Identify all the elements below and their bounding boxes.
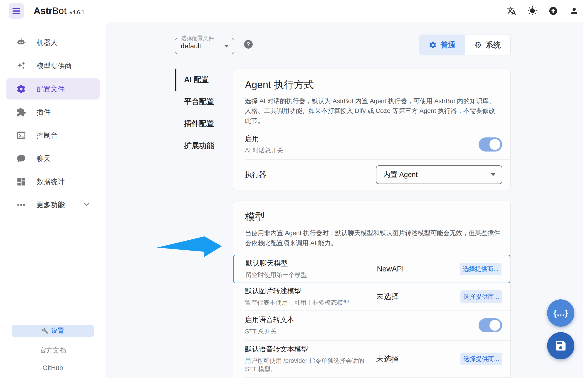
selected-provider-value: NewAPI xyxy=(377,265,460,273)
stt-toggle[interactable] xyxy=(479,318,502,332)
setting-label: 默认语音转文本模型 xyxy=(245,344,376,354)
sidebar-footer: 设置 官方文档 GitHub xyxy=(0,325,105,372)
section-tab-plugin[interactable]: 插件配置 xyxy=(175,113,233,135)
setting-sublabel: 留空时使用第一个模型 xyxy=(246,271,377,279)
card-description: 当使用非内置 Agent 执行器时，默认聊天模型和默认图片转述模型可能会无效，但… xyxy=(245,228,500,248)
account-icon[interactable] xyxy=(569,6,579,16)
profile-select-label: 选择配置文件 xyxy=(179,35,216,42)
edit-json-fab[interactable]: {...} xyxy=(547,299,574,327)
sidebar-item-label: 插件 xyxy=(37,108,51,117)
card-description: 选择 AI 对话的执行器，默认为 AstrBot 内置 Agent 执行器，可使… xyxy=(245,96,500,126)
gear-icon xyxy=(429,41,437,49)
sidebar-item-console[interactable]: 控制台 xyxy=(6,125,100,146)
chat-icon xyxy=(16,154,26,163)
save-icon xyxy=(554,339,567,352)
sidebar-item-plugins[interactable]: 插件 xyxy=(6,102,100,123)
section-tab-extension[interactable]: 扩展功能 xyxy=(175,135,233,157)
console-icon xyxy=(16,130,26,140)
setting-label: 启用语音转文本 xyxy=(245,315,376,325)
app-header: Astr Bot v4.6.1 xyxy=(0,0,588,22)
caret-down-icon xyxy=(224,45,229,47)
setting-label: 启用 xyxy=(245,134,376,144)
astrbot-dashboard: Astr Bot v4.6.1 机器人 xyxy=(0,0,588,378)
sidebar: 机器人 模型提供商 配置文件 插件 xyxy=(0,22,105,378)
dashboard-icon xyxy=(16,177,26,187)
select-provider-button[interactable]: 选择提供商... xyxy=(460,352,502,365)
gear-icon xyxy=(16,84,26,94)
github-link[interactable]: GitHub xyxy=(0,364,105,372)
theme-icon[interactable] xyxy=(527,6,538,16)
profile-select-value: default xyxy=(181,42,201,50)
executor-select-value: 内置 Agent xyxy=(383,170,418,179)
sidebar-item-statistics[interactable]: 数据统计 xyxy=(6,171,100,192)
setting-row-enable-stt: 启用语音转文本 STT 总开关 xyxy=(233,310,510,340)
card-title: 模型 xyxy=(245,210,502,224)
header-actions xyxy=(506,6,579,16)
tab-system[interactable]: ⚙ 系统 xyxy=(465,35,510,55)
card-title: Agent 执行方式 xyxy=(245,78,502,92)
setting-label: 执行器 xyxy=(245,170,376,179)
setting-row-executor: 执行器 内置 Agent xyxy=(233,160,510,190)
selected-provider-value: 未选择 xyxy=(376,354,460,364)
sidebar-item-label: 模型提供商 xyxy=(37,61,72,71)
tab-system-label: 系统 xyxy=(486,40,501,50)
brand-name-light: Bot xyxy=(52,5,66,16)
setting-sublabel: 用户也可使用 /provider 指令单独选择会话的 STT 模型。 xyxy=(245,357,376,374)
version-label: v4.6.1 xyxy=(70,9,84,15)
sidebar-item-chat[interactable]: 聊天 xyxy=(6,148,100,169)
chevron-down-icon xyxy=(83,200,91,209)
wrench-icon xyxy=(41,327,48,334)
select-provider-button[interactable]: 选择提供商... xyxy=(460,263,501,275)
setting-label: 默认聊天模型 xyxy=(246,258,377,268)
sidebar-item-label: 聊天 xyxy=(37,154,51,163)
config-mode-tabs: 普通 ⚙ 系统 xyxy=(419,35,511,55)
setting-sublabel: 留空代表不使用，可用于非多模态模型 xyxy=(245,298,376,307)
docs-link[interactable]: 官方文档 xyxy=(0,346,105,355)
translate-icon[interactable] xyxy=(506,6,517,16)
code-icon: {...} xyxy=(553,308,568,318)
main-content: 选择配置文件 default ? 普通 ⚙ 系统 AI 配置 平台配置 插件配置… xyxy=(105,22,583,378)
hamburger-icon xyxy=(13,8,20,9)
menu-button[interactable] xyxy=(9,3,24,19)
select-provider-button[interactable]: 选择提供商... xyxy=(460,290,502,303)
settings-button-label: 设置 xyxy=(51,326,64,335)
sidebar-item-label: 数据统计 xyxy=(37,177,65,187)
sidebar-item-more[interactable]: 更多功能 xyxy=(6,194,100,215)
caret-down-icon xyxy=(491,173,495,176)
setting-row-default-chat-model: 默认聊天模型 留空时使用第一个模型 NewAPI 选择提供商... xyxy=(233,255,510,283)
help-icon[interactable]: ? xyxy=(244,40,253,49)
setting-row-image-caption-model: 默认图片转述模型 留空代表不使用，可用于非多模态模型 未选择 选择提供商... xyxy=(233,283,510,310)
robot-icon xyxy=(16,38,26,48)
agent-execution-card: Agent 执行方式 选择 AI 对话的执行器，默认为 AstrBot 内置 A… xyxy=(233,68,511,190)
tab-normal-label: 普通 xyxy=(440,40,456,50)
setting-row-stt-model: 默认语音转文本模型 用户也可使用 /provider 指令单独选择会话的 STT… xyxy=(233,341,510,377)
sidebar-item-config[interactable]: 配置文件 xyxy=(6,78,100,99)
settings-button[interactable]: 设置 xyxy=(12,325,94,337)
sidebar-item-robots[interactable]: 机器人 xyxy=(6,32,100,53)
sidebar-nav: 机器人 模型提供商 配置文件 插件 xyxy=(0,22,105,215)
update-icon[interactable] xyxy=(548,6,559,16)
sparkles-icon xyxy=(16,61,26,71)
sidebar-item-providers[interactable]: 模型提供商 xyxy=(6,55,100,76)
setting-sublabel: AI 对话总开关 xyxy=(245,146,376,155)
sidebar-item-label: 机器人 xyxy=(37,38,58,47)
app-logo: Astr Bot v4.6.1 xyxy=(34,5,84,16)
sidebar-item-label: 配置文件 xyxy=(37,84,65,94)
puzzle-icon xyxy=(16,107,26,117)
save-fab[interactable] xyxy=(547,332,574,359)
config-cards: Agent 执行方式 选择 AI 对话的执行器，默认为 AstrBot 内置 A… xyxy=(233,68,511,378)
setting-label: 默认图片转述模型 xyxy=(245,286,376,296)
section-tab-platform[interactable]: 平台配置 xyxy=(175,91,233,113)
executor-select[interactable]: 内置 Agent xyxy=(376,165,502,184)
tab-normal[interactable]: 普通 xyxy=(419,35,465,55)
profile-select[interactable]: 选择配置文件 default xyxy=(175,35,234,54)
dots-icon xyxy=(16,200,26,210)
section-tab-ai[interactable]: AI 配置 xyxy=(175,68,233,91)
sidebar-item-label: 控制台 xyxy=(37,131,58,140)
setting-row-enable-ai: 启用 AI 对话总开关 xyxy=(233,128,510,159)
sidebar-item-label: 更多功能 xyxy=(37,200,65,210)
brand-name-bold: Astr xyxy=(34,5,52,16)
setting-sublabel: STT 总开关 xyxy=(245,327,376,336)
model-card: 模型 当使用非内置 Agent 执行器时，默认聊天模型和默认图片转述模型可能会无… xyxy=(233,201,511,378)
enable-ai-toggle[interactable] xyxy=(479,137,502,151)
